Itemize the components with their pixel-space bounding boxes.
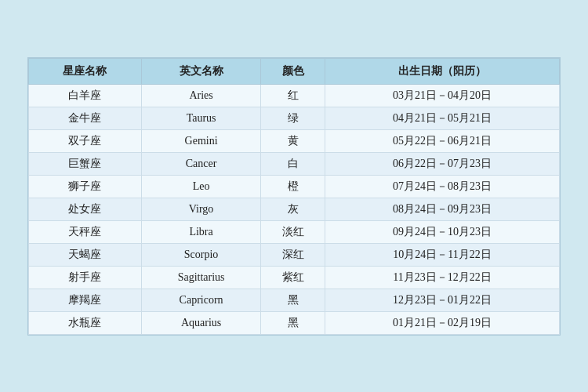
cell-chinese: 巨蟹座	[29, 152, 142, 175]
cell-chinese: 白羊座	[29, 84, 142, 107]
cell-english: Aries	[141, 84, 260, 107]
cell-english: Cancer	[141, 152, 260, 175]
cell-chinese: 摩羯座	[29, 289, 142, 311]
table-row: 狮子座Leo橙07月24日－08月23日	[29, 175, 560, 198]
cell-english: Sagittarius	[141, 266, 260, 289]
cell-chinese: 处女座	[29, 198, 142, 220]
cell-color: 红	[261, 84, 325, 107]
cell-dates: 05月22日－06月21日	[325, 129, 560, 152]
table-body: 白羊座Aries红03月21日－04月20日金牛座Taurus绿04月21日－0…	[29, 84, 560, 334]
cell-chinese: 金牛座	[29, 107, 142, 129]
table-row: 摩羯座Capricorn黑12月23日－01月22日	[29, 289, 560, 311]
table-row: 巨蟹座Cancer白06月22日－07月23日	[29, 152, 560, 175]
cell-english: Capricorn	[141, 289, 260, 311]
cell-chinese: 射手座	[29, 266, 142, 289]
cell-color: 黑	[261, 289, 325, 311]
table-row: 天秤座Libra淡红09月24日－10月23日	[29, 220, 560, 243]
cell-dates: 08月24日－09月23日	[325, 198, 560, 220]
zodiac-table-container: 星座名称 英文名称 颜色 出生日期（阳历） 白羊座Aries红03月21日－04…	[27, 57, 561, 336]
cell-color: 灰	[261, 198, 325, 220]
header-english-name: 英文名称	[141, 58, 260, 84]
cell-dates: 01月21日－02月19日	[325, 311, 560, 334]
cell-dates: 07月24日－08月23日	[325, 175, 560, 198]
cell-dates: 11月23日－12月22日	[325, 266, 560, 289]
table-row: 双子座Gemini黄05月22日－06月21日	[29, 129, 560, 152]
header-color: 颜色	[261, 58, 325, 84]
table-header-row: 星座名称 英文名称 颜色 出生日期（阳历）	[29, 58, 560, 84]
cell-color: 黄	[261, 129, 325, 152]
table-row: 白羊座Aries红03月21日－04月20日	[29, 84, 560, 107]
cell-color: 橙	[261, 175, 325, 198]
cell-english: Scorpio	[141, 243, 260, 266]
cell-chinese: 天蝎座	[29, 243, 142, 266]
cell-english: Libra	[141, 220, 260, 243]
table-row: 射手座Sagittarius紫红11月23日－12月22日	[29, 266, 560, 289]
cell-chinese: 双子座	[29, 129, 142, 152]
header-chinese-name: 星座名称	[29, 58, 142, 84]
cell-chinese: 狮子座	[29, 175, 142, 198]
cell-dates: 04月21日－05月21日	[325, 107, 560, 129]
cell-english: Virgo	[141, 198, 260, 220]
cell-english: Gemini	[141, 129, 260, 152]
table-row: 水瓶座Aquarius黑01月21日－02月19日	[29, 311, 560, 334]
cell-chinese: 天秤座	[29, 220, 142, 243]
zodiac-table: 星座名称 英文名称 颜色 出生日期（阳历） 白羊座Aries红03月21日－04…	[28, 58, 560, 335]
cell-dates: 03月21日－04月20日	[325, 84, 560, 107]
cell-dates: 09月24日－10月23日	[325, 220, 560, 243]
cell-color: 绿	[261, 107, 325, 129]
cell-english: Leo	[141, 175, 260, 198]
table-row: 金牛座Taurus绿04月21日－05月21日	[29, 107, 560, 129]
cell-dates: 12月23日－01月22日	[325, 289, 560, 311]
cell-color: 淡红	[261, 220, 325, 243]
header-dates: 出生日期（阳历）	[325, 58, 560, 84]
cell-color: 白	[261, 152, 325, 175]
table-row: 天蝎座Scorpio深红10月24日－11月22日	[29, 243, 560, 266]
cell-color: 紫红	[261, 266, 325, 289]
cell-color: 深红	[261, 243, 325, 266]
cell-color: 黑	[261, 311, 325, 334]
cell-dates: 10月24日－11月22日	[325, 243, 560, 266]
cell-english: Taurus	[141, 107, 260, 129]
cell-dates: 06月22日－07月23日	[325, 152, 560, 175]
table-row: 处女座Virgo灰08月24日－09月23日	[29, 198, 560, 220]
cell-english: Aquarius	[141, 311, 260, 334]
cell-chinese: 水瓶座	[29, 311, 142, 334]
